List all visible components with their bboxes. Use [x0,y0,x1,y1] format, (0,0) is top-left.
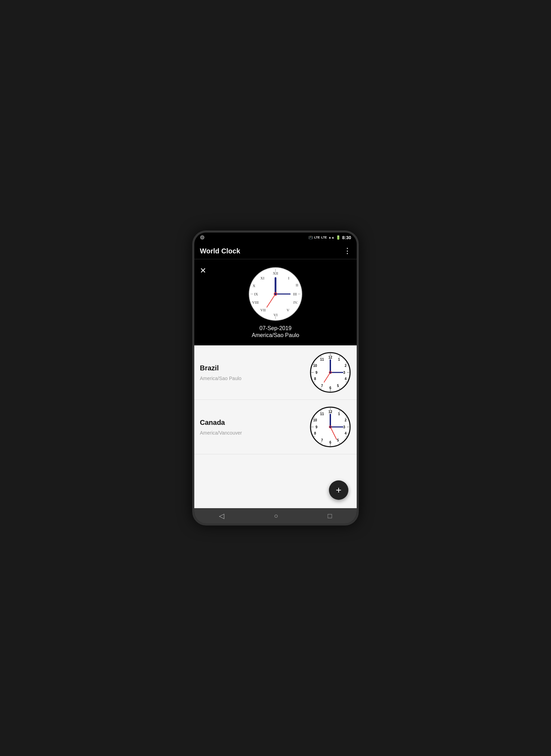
recent-button[interactable]: □ [328,512,332,520]
svg-point-86 [330,426,331,428]
svg-text:6: 6 [329,386,331,390]
svg-text:1: 1 [338,412,340,416]
svg-text:V: V [287,308,289,312]
svg-text:VII: VII [260,308,266,312]
canada-country: Canada [200,419,310,427]
svg-text:5: 5 [337,384,339,388]
nav-bar: ◁ ○ □ [194,508,357,523]
svg-text:3: 3 [343,371,345,375]
svg-text:6: 6 [329,440,331,444]
svg-text:8: 8 [314,377,316,381]
svg-text:9: 9 [315,425,317,429]
main-analog-clock: XII III VI IX I II IV. V VII VIII X XI [248,266,303,322]
brazil-country: Brazil [200,364,310,372]
clock-time: 8:30 [342,235,351,240]
svg-text:2: 2 [345,418,347,422]
list-item[interactable]: Brazil America/Sao Paulo [194,345,357,400]
back-button[interactable]: ◁ [219,512,224,520]
app-title: World Clock [200,247,240,255]
signal-icon [200,235,205,240]
svg-point-1 [201,236,204,239]
svg-text:4: 4 [345,431,347,435]
svg-text:7: 7 [321,384,323,388]
phone-frame: 📳 LTE LTE ▲▲ 🔋 8:30 World Clock ⋮ ✕ [192,230,359,526]
canada-timezone: America/Vancouver [200,430,310,436]
svg-text:10: 10 [313,364,317,368]
svg-text:4: 4 [345,377,347,381]
battery-icon: 🔋 [336,235,341,240]
signal-bars-icon: ▲▲ [328,236,334,239]
svg-text:3: 3 [343,425,345,429]
main-clock-date: 07-Sep-2019 [260,325,292,331]
brazil-analog-clock: 12 3 6 9 1 2 4 5 7 8 10 11 [310,352,351,393]
svg-text:VI: VI [273,313,278,317]
lte2-label: LTE [321,236,327,239]
clock-item-info-canada: Canada America/Vancouver [200,419,310,436]
svg-text:11: 11 [320,358,324,361]
svg-text:II: II [296,283,298,287]
app-bar: World Clock ⋮ [194,242,357,259]
list-item[interactable]: Canada America/Vancouver [194,400,357,454]
svg-text:IV.: IV. [294,300,298,304]
close-button[interactable]: ✕ [200,266,206,275]
svg-text:11: 11 [320,412,324,416]
add-clock-button[interactable]: + [329,480,348,500]
status-left [200,235,205,240]
svg-text:IX: IX [254,292,258,296]
svg-text:10: 10 [313,418,317,422]
svg-text:VIII: VIII [252,300,259,304]
svg-text:7: 7 [321,438,323,442]
status-right: 📳 LTE LTE ▲▲ 🔋 8:30 [308,235,351,240]
svg-point-55 [330,372,331,373]
svg-text:1: 1 [338,358,340,361]
status-bar: 📳 LTE LTE ▲▲ 🔋 8:30 [194,233,357,242]
lte-label: LTE [314,236,320,239]
plus-icon: + [336,485,341,495]
main-clock-timezone: America/Sao Paulo [252,332,299,338]
canada-analog-clock: 12 3 6 9 1 2 4 5 7 8 10 11 [310,406,351,448]
svg-text:III: III [293,292,297,296]
svg-text:12: 12 [328,410,332,414]
home-button[interactable]: ○ [274,512,278,520]
menu-button[interactable]: ⋮ [344,246,351,255]
svg-text:X: X [253,284,255,288]
brazil-timezone: America/Sao Paulo [200,376,310,381]
main-clock-section: ✕ XII III VI IX I II [194,259,357,345]
svg-text:I: I [288,276,289,280]
vibrate-icon: 📳 [308,236,313,240]
svg-point-24 [274,293,277,295]
svg-text:XII: XII [273,271,278,275]
svg-text:2: 2 [345,364,347,368]
svg-text:8: 8 [314,431,316,435]
svg-text:5: 5 [337,438,339,442]
svg-text:9: 9 [315,371,317,375]
svg-text:XI: XI [260,276,264,280]
svg-text:12: 12 [328,355,332,359]
clock-item-info-brazil: Brazil America/Sao Paulo [200,364,310,381]
